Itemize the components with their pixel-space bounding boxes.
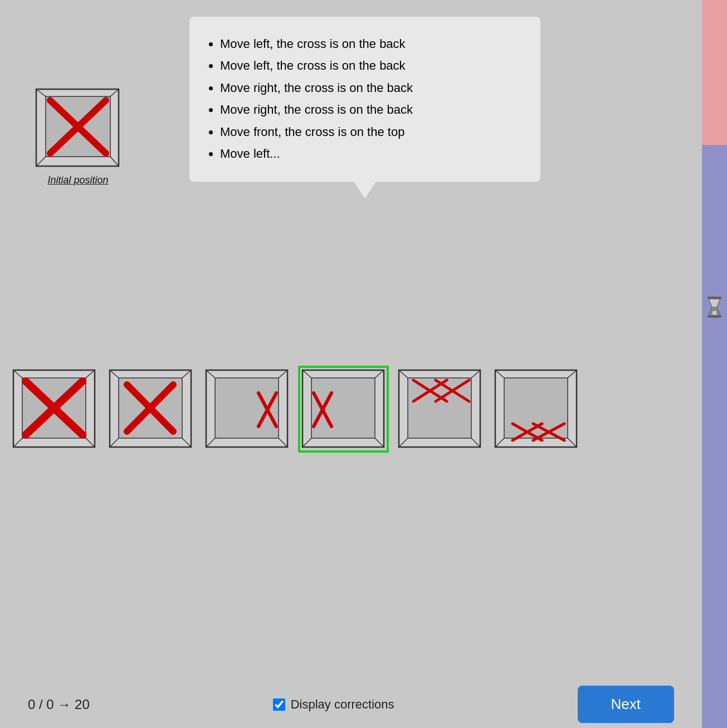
instruction-item-4: Move right, the cross is on the back <box>220 99 521 120</box>
display-corrections-checkbox[interactable] <box>273 698 285 711</box>
instruction-item-5: Move front, the cross is on the top <box>220 122 521 142</box>
display-corrections-label: Display corrections <box>291 697 394 712</box>
initial-position-label: Initial position <box>47 174 108 186</box>
instruction-item-2: Move left, the cross is on the back <box>220 55 521 76</box>
instruction-item-6: Move left... <box>220 143 521 164</box>
instruction-item-1: Move left, the cross is on the back <box>220 33 521 54</box>
svg-rect-41 <box>408 378 471 438</box>
instruction-list: Move left, the cross is on the back Move… <box>209 33 521 164</box>
svg-marker-63 <box>709 299 720 307</box>
option-5[interactable] <box>493 368 579 450</box>
display-corrections-section: Display corrections <box>90 697 578 712</box>
instruction-bubble: Move left, the cross is on the back Move… <box>189 17 540 182</box>
sidebar-red-section <box>702 0 727 145</box>
initial-position-section: Initial position <box>33 86 123 186</box>
score-display: 0 / 0 → 20 <box>28 697 90 712</box>
option-2[interactable] <box>204 368 290 450</box>
svg-marker-64 <box>713 311 716 315</box>
initial-cube <box>33 86 123 170</box>
sidebar-blue-section <box>702 145 727 728</box>
option-3[interactable] <box>300 368 387 450</box>
option-0[interactable] <box>11 368 97 450</box>
bottom-bar: 0 / 0 → 20 Display corrections Next <box>0 681 702 728</box>
svg-rect-60 <box>708 297 721 299</box>
timer-icon <box>705 295 724 318</box>
option-1[interactable] <box>108 368 194 450</box>
options-row <box>11 368 579 450</box>
svg-rect-61 <box>708 316 721 318</box>
option-4[interactable] <box>397 368 483 450</box>
svg-rect-51 <box>504 378 568 438</box>
right-sidebar <box>702 0 727 728</box>
next-button[interactable]: Next <box>578 686 674 723</box>
instruction-item-3: Move right, the cross is on the back <box>220 77 521 98</box>
